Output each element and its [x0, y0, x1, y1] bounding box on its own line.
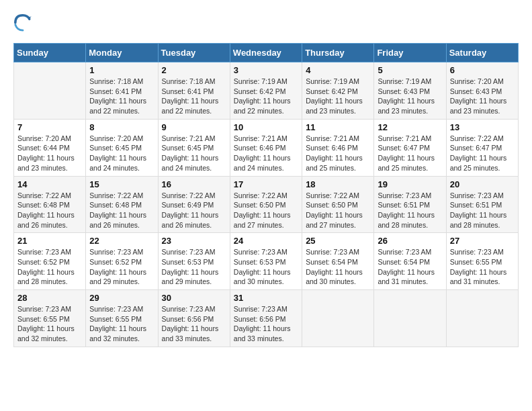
calendar-cell: 12Sunrise: 7:21 AM Sunset: 6:47 PM Dayli… [374, 119, 446, 176]
week-row-3: 14Sunrise: 7:22 AM Sunset: 6:48 PM Dayli… [14, 176, 519, 233]
day-number: 1 [89, 65, 154, 75]
calendar-cell: 6Sunrise: 7:20 AM Sunset: 6:43 PM Daylig… [446, 62, 518, 120]
calendar-table: SundayMondayTuesdayWednesdayThursdayFrid… [13, 43, 519, 347]
day-number: 9 [162, 122, 226, 132]
day-detail: Sunrise: 7:23 AM Sunset: 6:55 PM Dayligh… [89, 304, 154, 344]
day-number: 3 [234, 65, 298, 75]
calendar-cell: 25Sunrise: 7:23 AM Sunset: 6:54 PM Dayli… [302, 233, 374, 290]
day-detail: Sunrise: 7:20 AM Sunset: 6:43 PM Dayligh… [450, 77, 515, 116]
day-number: 8 [89, 122, 154, 132]
calendar-cell: 13Sunrise: 7:22 AM Sunset: 6:47 PM Dayli… [446, 119, 518, 176]
day-detail: Sunrise: 7:19 AM Sunset: 6:42 PM Dayligh… [234, 77, 298, 116]
day-number: 17 [234, 179, 298, 189]
calendar-cell: 4Sunrise: 7:19 AM Sunset: 6:42 PM Daylig… [302, 62, 374, 120]
day-number: 10 [234, 122, 298, 132]
day-detail: Sunrise: 7:23 AM Sunset: 6:53 PM Dayligh… [162, 247, 226, 287]
day-detail: Sunrise: 7:18 AM Sunset: 6:41 PM Dayligh… [89, 77, 154, 116]
day-detail: Sunrise: 7:22 AM Sunset: 6:47 PM Dayligh… [450, 134, 515, 173]
calendar-cell: 22Sunrise: 7:23 AM Sunset: 6:52 PM Dayli… [86, 233, 158, 290]
day-detail: Sunrise: 7:22 AM Sunset: 6:50 PM Dayligh… [234, 191, 298, 230]
day-detail: Sunrise: 7:19 AM Sunset: 6:42 PM Dayligh… [306, 77, 370, 116]
calendar-cell: 7Sunrise: 7:20 AM Sunset: 6:44 PM Daylig… [14, 119, 86, 176]
col-header-thursday: Thursday [302, 44, 374, 62]
calendar-cell: 17Sunrise: 7:22 AM Sunset: 6:50 PM Dayli… [230, 176, 302, 233]
day-number: 5 [378, 65, 442, 75]
day-number: 31 [234, 293, 298, 303]
day-number: 16 [162, 179, 226, 189]
page-header [13, 13, 519, 32]
logo [13, 13, 36, 32]
calendar-cell: 3Sunrise: 7:19 AM Sunset: 6:42 PM Daylig… [230, 62, 302, 120]
day-number: 6 [450, 65, 515, 75]
day-detail: Sunrise: 7:23 AM Sunset: 6:54 PM Dayligh… [378, 247, 442, 287]
calendar-cell: 8Sunrise: 7:20 AM Sunset: 6:45 PM Daylig… [86, 119, 158, 176]
day-detail: Sunrise: 7:23 AM Sunset: 6:55 PM Dayligh… [450, 247, 515, 287]
day-number: 11 [306, 122, 370, 132]
day-detail: Sunrise: 7:23 AM Sunset: 6:51 PM Dayligh… [378, 191, 442, 230]
day-number: 12 [378, 122, 442, 132]
day-number: 20 [450, 179, 515, 189]
day-detail: Sunrise: 7:22 AM Sunset: 6:50 PM Dayligh… [306, 191, 370, 230]
day-detail: Sunrise: 7:22 AM Sunset: 6:48 PM Dayligh… [89, 191, 154, 230]
calendar-cell: 10Sunrise: 7:21 AM Sunset: 6:46 PM Dayli… [230, 119, 302, 176]
day-detail: Sunrise: 7:23 AM Sunset: 6:52 PM Dayligh… [89, 247, 154, 287]
calendar-cell: 18Sunrise: 7:22 AM Sunset: 6:50 PM Dayli… [302, 176, 374, 233]
calendar-cell: 29Sunrise: 7:23 AM Sunset: 6:55 PM Dayli… [86, 290, 158, 347]
col-header-tuesday: Tuesday [158, 44, 230, 62]
col-header-sunday: Sunday [14, 44, 86, 62]
day-number: 29 [89, 293, 154, 303]
day-number: 7 [17, 122, 82, 132]
day-number: 19 [378, 179, 442, 189]
day-number: 28 [17, 293, 82, 303]
day-number: 25 [306, 236, 370, 246]
day-number: 26 [378, 236, 442, 246]
calendar-cell: 1Sunrise: 7:18 AM Sunset: 6:41 PM Daylig… [86, 62, 158, 120]
week-row-1: 1Sunrise: 7:18 AM Sunset: 6:41 PM Daylig… [14, 62, 519, 120]
day-detail: Sunrise: 7:21 AM Sunset: 6:46 PM Dayligh… [234, 134, 298, 173]
day-number: 22 [89, 236, 154, 246]
col-header-saturday: Saturday [446, 44, 518, 62]
day-number: 13 [450, 122, 515, 132]
calendar-cell: 15Sunrise: 7:22 AM Sunset: 6:48 PM Dayli… [86, 176, 158, 233]
day-number: 27 [450, 236, 515, 246]
day-number: 24 [234, 236, 298, 246]
week-row-4: 21Sunrise: 7:23 AM Sunset: 6:52 PM Dayli… [14, 233, 519, 290]
day-number: 2 [162, 65, 226, 75]
day-detail: Sunrise: 7:19 AM Sunset: 6:43 PM Dayligh… [378, 77, 442, 116]
calendar-cell: 16Sunrise: 7:22 AM Sunset: 6:49 PM Dayli… [158, 176, 230, 233]
col-header-monday: Monday [86, 44, 158, 62]
day-detail: Sunrise: 7:23 AM Sunset: 6:51 PM Dayligh… [450, 191, 515, 230]
col-header-wednesday: Wednesday [230, 44, 302, 62]
day-number: 30 [162, 293, 226, 303]
week-row-2: 7Sunrise: 7:20 AM Sunset: 6:44 PM Daylig… [14, 119, 519, 176]
day-detail: Sunrise: 7:23 AM Sunset: 6:55 PM Dayligh… [17, 304, 82, 344]
day-detail: Sunrise: 7:20 AM Sunset: 6:44 PM Dayligh… [17, 134, 82, 173]
day-number: 4 [306, 65, 370, 75]
calendar-cell [446, 290, 518, 347]
day-detail: Sunrise: 7:23 AM Sunset: 6:53 PM Dayligh… [234, 247, 298, 287]
calendar-cell: 14Sunrise: 7:22 AM Sunset: 6:48 PM Dayli… [14, 176, 86, 233]
calendar-cell: 31Sunrise: 7:23 AM Sunset: 6:56 PM Dayli… [230, 290, 302, 347]
calendar-cell: 23Sunrise: 7:23 AM Sunset: 6:53 PM Dayli… [158, 233, 230, 290]
calendar-cell: 2Sunrise: 7:18 AM Sunset: 6:41 PM Daylig… [158, 62, 230, 120]
calendar-cell: 27Sunrise: 7:23 AM Sunset: 6:55 PM Dayli… [446, 233, 518, 290]
day-detail: Sunrise: 7:23 AM Sunset: 6:56 PM Dayligh… [234, 304, 298, 344]
calendar-cell: 30Sunrise: 7:23 AM Sunset: 6:56 PM Dayli… [158, 290, 230, 347]
day-detail: Sunrise: 7:23 AM Sunset: 6:52 PM Dayligh… [17, 247, 82, 287]
calendar-cell [302, 290, 374, 347]
calendar-cell: 19Sunrise: 7:23 AM Sunset: 6:51 PM Dayli… [374, 176, 446, 233]
day-number: 21 [17, 236, 82, 246]
day-number: 18 [306, 179, 370, 189]
day-detail: Sunrise: 7:23 AM Sunset: 6:54 PM Dayligh… [306, 247, 370, 287]
day-detail: Sunrise: 7:20 AM Sunset: 6:45 PM Dayligh… [89, 134, 154, 173]
header-row: SundayMondayTuesdayWednesdayThursdayFrid… [14, 44, 519, 62]
calendar-cell: 21Sunrise: 7:23 AM Sunset: 6:52 PM Dayli… [14, 233, 86, 290]
day-number: 23 [162, 236, 226, 246]
calendar-cell: 11Sunrise: 7:21 AM Sunset: 6:46 PM Dayli… [302, 119, 374, 176]
logo-icon [13, 13, 32, 32]
day-number: 15 [89, 179, 154, 189]
calendar-cell: 9Sunrise: 7:21 AM Sunset: 6:45 PM Daylig… [158, 119, 230, 176]
day-detail: Sunrise: 7:22 AM Sunset: 6:48 PM Dayligh… [17, 191, 82, 230]
calendar-cell [374, 290, 446, 347]
col-header-friday: Friday [374, 44, 446, 62]
